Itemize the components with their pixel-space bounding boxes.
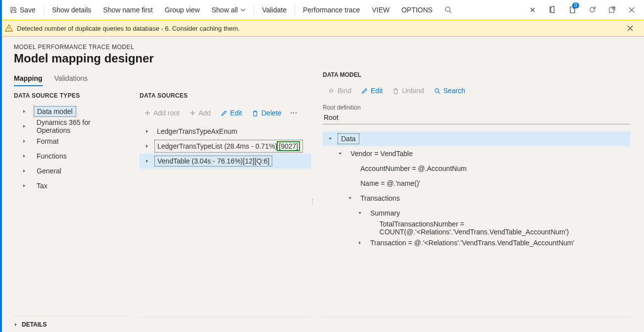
details-expander[interactable]: DETAILS: [14, 318, 128, 332]
left-accent-bar: [0, 0, 2, 332]
data-model-toolbar: Bind Edit Unbind Search: [323, 82, 630, 99]
svg-point-4: [8, 30, 9, 31]
chevron-right-icon: [21, 139, 28, 143]
chevron-right-icon: [21, 110, 28, 113]
chevron-down-icon: [327, 137, 334, 141]
save-label: Save: [20, 6, 36, 14]
search-icon: [445, 6, 452, 13]
dm-node-accountnumber[interactable]: AccountNumber = @.AccountNum: [323, 161, 630, 176]
tree-item-tax[interactable]: Tax: [14, 178, 128, 193]
unbind-button[interactable]: Unbind: [388, 83, 429, 99]
chevron-right-icon: [356, 241, 363, 245]
more-button[interactable]: ···: [286, 109, 301, 117]
popout-button[interactable]: [603, 0, 620, 20]
root-definition-label: Root definition: [323, 104, 630, 111]
add-root-button[interactable]: Add root: [140, 105, 185, 121]
trace-count-highlight: [9027]: [277, 141, 300, 151]
pane-divider: [140, 317, 311, 317]
data-source-types-tree: Data model Dynamics 365 for Operations F…: [14, 104, 128, 193]
root-definition-value[interactable]: Root: [323, 112, 630, 124]
add-button[interactable]: Add: [185, 105, 216, 121]
chevron-right-icon: [144, 129, 150, 133]
data-source-types-heading: DATA SOURCE TYPES: [14, 92, 128, 99]
dm-node-summary[interactable]: Summary: [323, 206, 630, 221]
svg-point-5: [435, 88, 438, 92]
attachments-button[interactable]: 0: [564, 0, 581, 20]
dm-node-vendor[interactable]: Vendor = VendTable: [323, 146, 630, 161]
ds-item-ledgertranstypelist[interactable]: LedgerTransTypeList (28.4ms - 0.71%)[902…: [140, 139, 311, 154]
data-sources-toolbar: Add root Add Edit: [140, 104, 311, 122]
show-details-button[interactable]: Show details: [46, 0, 97, 20]
data-sources-heading: DATA SOURCES: [140, 92, 311, 99]
ds-item-ledgertranstypeaxenum[interactable]: LedgerTransTypeAxEnum: [140, 124, 311, 139]
tab-validations[interactable]: Validations: [54, 71, 88, 86]
office-icon[interactable]: [544, 0, 561, 20]
top-toolbar: Save Show details Show name first Group …: [0, 0, 644, 20]
tree-item-format[interactable]: Format: [14, 134, 128, 149]
attachments-count: 0: [572, 2, 579, 8]
connector-icon[interactable]: [524, 0, 541, 20]
trash-icon: [252, 110, 258, 116]
link-icon: [328, 87, 335, 94]
search-icon: [434, 88, 441, 94]
dm-node-transactions[interactable]: Transactions: [323, 191, 630, 206]
bind-button[interactable]: Bind: [323, 83, 356, 99]
toolbar-separator: [44, 4, 44, 15]
tab-mapping[interactable]: Mapping: [14, 71, 43, 86]
performance-trace-button[interactable]: Performance trace: [297, 0, 366, 20]
dm-node-totaltransactionsnumber[interactable]: TotalTransactionsNumber = COUNT(@.'<Rela…: [323, 221, 630, 235]
plus-icon: [190, 110, 196, 116]
pane-divider: [14, 316, 128, 316]
tree-item-general[interactable]: General: [14, 164, 128, 178]
toolbar-separator: [253, 4, 254, 15]
chevron-right-icon: [21, 154, 28, 158]
dm-search-button[interactable]: Search: [429, 83, 470, 99]
page-title: Model mapping designer: [14, 52, 630, 65]
chevron-down-icon: [241, 7, 246, 12]
show-all-dropdown[interactable]: Show all: [206, 0, 252, 20]
tree-item-d365fo[interactable]: Dynamics 365 for Operations: [14, 119, 128, 134]
warning-icon: [5, 24, 13, 32]
dm-edit-button[interactable]: Edit: [356, 83, 388, 99]
warning-banner: Detected number of duplicate queries to …: [0, 20, 644, 37]
group-view-button[interactable]: Group view: [159, 0, 206, 20]
pane-divider: [323, 317, 630, 317]
ds-item-vendtable[interactable]: VendTable (3.04s - 76.16%)[12][Q:6]: [140, 154, 311, 168]
view-menu[interactable]: VIEW: [366, 0, 396, 20]
chevron-down-icon: [337, 152, 344, 156]
data-model-heading: DATA MODEL: [323, 71, 630, 78]
save-button[interactable]: Save: [4, 0, 42, 20]
save-icon: [10, 6, 17, 13]
edit-button[interactable]: Edit: [216, 105, 247, 121]
chevron-right-icon: [144, 144, 150, 148]
refresh-button[interactable]: [584, 0, 600, 20]
dm-node-data[interactable]: Data: [323, 131, 630, 146]
chevron-down-icon: [347, 196, 353, 200]
banner-message: Detected number of duplicate queries to …: [17, 25, 240, 32]
breadcrumb: MODEL PERFORMANCE TRACE MODEL: [14, 44, 630, 51]
data-sources-tree: LedgerTransTypeAxEnum LedgerTransTypeLis…: [140, 124, 311, 168]
dm-node-name[interactable]: Name = @.'name()': [323, 176, 630, 191]
svg-line-6: [438, 92, 440, 94]
toolbar-separator: [295, 4, 295, 15]
close-button[interactable]: [623, 0, 640, 20]
tab-strip: Mapping Validations: [14, 71, 311, 86]
trash-icon: [393, 88, 399, 94]
search-button[interactable]: [439, 0, 458, 20]
plus-icon: [145, 110, 150, 116]
delete-button[interactable]: Delete: [247, 105, 286, 121]
svg-point-0: [446, 7, 450, 11]
svg-line-1: [450, 11, 452, 13]
tree-item-functions[interactable]: Functions: [14, 149, 128, 164]
data-model-tree: Data Vendor = VendTable AccountNumber = …: [323, 131, 630, 317]
show-name-first-button[interactable]: Show name first: [97, 0, 158, 20]
tree-item-data-model[interactable]: Data model: [14, 104, 128, 119]
chevron-down-icon: [356, 211, 363, 215]
dm-node-transaction[interactable]: Transaction = @.'<Relations'.'VendTrans.…: [323, 235, 630, 250]
options-menu[interactable]: OPTIONS: [396, 0, 439, 20]
chevron-right-icon: [144, 159, 150, 163]
pencil-icon: [221, 110, 227, 116]
chevron-right-icon: [14, 323, 18, 327]
validate-button[interactable]: Validate: [256, 0, 293, 20]
banner-close-button[interactable]: [625, 23, 639, 33]
